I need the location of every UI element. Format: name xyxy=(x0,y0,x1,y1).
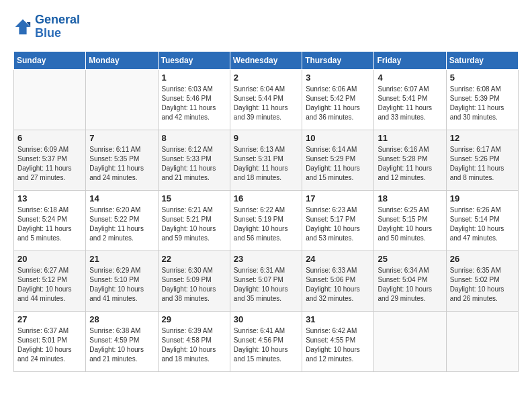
calendar-cell: 15Sunrise: 6:21 AM Sunset: 5:21 PM Dayli… xyxy=(158,190,230,250)
day-number: 30 xyxy=(234,314,298,324)
cell-info: Sunrise: 6:38 AM Sunset: 4:59 PM Dayligh… xyxy=(89,326,154,364)
cell-info: Sunrise: 6:42 AM Sunset: 4:55 PM Dayligh… xyxy=(306,326,370,364)
cell-info: Sunrise: 6:27 AM Sunset: 5:12 PM Dayligh… xyxy=(17,266,82,304)
calendar-cell: 9Sunrise: 6:13 AM Sunset: 5:31 PM Daylig… xyxy=(230,130,302,190)
day-number: 12 xyxy=(450,133,515,143)
cell-info: Sunrise: 6:39 AM Sunset: 4:58 PM Dayligh… xyxy=(162,326,226,364)
cell-info: Sunrise: 6:08 AM Sunset: 5:39 PM Dayligh… xyxy=(450,85,515,122)
calendar-cell: 2Sunrise: 6:04 AM Sunset: 5:44 PM Daylig… xyxy=(230,69,302,130)
day-header-monday: Monday xyxy=(86,51,158,69)
day-number: 4 xyxy=(378,73,442,83)
calendar-cell: 3Sunrise: 6:06 AM Sunset: 5:42 PM Daylig… xyxy=(302,69,374,130)
calendar-cell: 19Sunrise: 6:26 AM Sunset: 5:14 PM Dayli… xyxy=(446,190,518,250)
calendar-cell: 25Sunrise: 6:34 AM Sunset: 5:04 PM Dayli… xyxy=(374,250,446,311)
day-number: 3 xyxy=(306,73,370,83)
day-header-tuesday: Tuesday xyxy=(158,51,230,69)
calendar-cell: 1Sunrise: 6:03 AM Sunset: 5:46 PM Daylig… xyxy=(158,69,230,130)
day-number: 18 xyxy=(378,193,442,203)
day-number: 16 xyxy=(234,193,298,203)
day-number: 28 xyxy=(89,314,154,324)
day-number: 6 xyxy=(17,133,82,143)
calendar-cell: 28Sunrise: 6:38 AM Sunset: 4:59 PM Dayli… xyxy=(86,311,158,371)
calendar-table: SundayMondayTuesdayWednesdayThursdayFrid… xyxy=(13,51,519,372)
calendar-cell xyxy=(446,311,518,371)
logo-icon xyxy=(13,17,32,36)
day-header-saturday: Saturday xyxy=(446,51,518,69)
cell-info: Sunrise: 6:09 AM Sunset: 5:37 PM Dayligh… xyxy=(17,145,82,183)
day-header-friday: Friday xyxy=(374,51,446,69)
calendar-cell: 13Sunrise: 6:18 AM Sunset: 5:24 PM Dayli… xyxy=(14,190,86,250)
cell-info: Sunrise: 6:04 AM Sunset: 5:44 PM Dayligh… xyxy=(234,85,298,122)
calendar-cell: 17Sunrise: 6:23 AM Sunset: 5:17 PM Dayli… xyxy=(302,190,374,250)
calendar-cell: 21Sunrise: 6:29 AM Sunset: 5:10 PM Dayli… xyxy=(86,250,158,311)
calendar-cell: 22Sunrise: 6:30 AM Sunset: 5:09 PM Dayli… xyxy=(158,250,230,311)
day-number: 27 xyxy=(17,314,82,324)
cell-info: Sunrise: 6:33 AM Sunset: 5:06 PM Dayligh… xyxy=(306,266,370,304)
day-number: 20 xyxy=(17,254,82,264)
cell-info: Sunrise: 6:29 AM Sunset: 5:10 PM Dayligh… xyxy=(89,266,154,304)
calendar-cell: 18Sunrise: 6:25 AM Sunset: 5:15 PM Dayli… xyxy=(374,190,446,250)
svg-marker-0 xyxy=(15,19,30,34)
day-number: 13 xyxy=(17,193,82,203)
cell-info: Sunrise: 6:06 AM Sunset: 5:42 PM Dayligh… xyxy=(306,85,370,122)
day-header-sunday: Sunday xyxy=(14,51,86,69)
cell-info: Sunrise: 6:22 AM Sunset: 5:19 PM Dayligh… xyxy=(234,205,298,243)
day-number: 14 xyxy=(89,193,154,203)
calendar-cell: 23Sunrise: 6:31 AM Sunset: 5:07 PM Dayli… xyxy=(230,250,302,311)
calendar-cell: 29Sunrise: 6:39 AM Sunset: 4:58 PM Dayli… xyxy=(158,311,230,371)
day-number: 11 xyxy=(378,133,442,143)
calendar-cell: 4Sunrise: 6:07 AM Sunset: 5:41 PM Daylig… xyxy=(374,69,446,130)
day-number: 25 xyxy=(378,254,442,264)
day-number: 29 xyxy=(162,314,226,324)
cell-info: Sunrise: 6:07 AM Sunset: 5:41 PM Dayligh… xyxy=(378,85,442,122)
cell-info: Sunrise: 6:13 AM Sunset: 5:31 PM Dayligh… xyxy=(234,145,298,183)
cell-info: Sunrise: 6:20 AM Sunset: 5:22 PM Dayligh… xyxy=(89,205,154,243)
calendar-cell: 6Sunrise: 6:09 AM Sunset: 5:37 PM Daylig… xyxy=(14,130,86,190)
day-number: 9 xyxy=(234,133,298,143)
calendar-body: 1Sunrise: 6:03 AM Sunset: 5:46 PM Daylig… xyxy=(14,69,519,371)
calendar-cell: 12Sunrise: 6:17 AM Sunset: 5:26 PM Dayli… xyxy=(446,130,518,190)
calendar-cell: 27Sunrise: 6:37 AM Sunset: 5:01 PM Dayli… xyxy=(14,311,86,371)
calendar-cell: 30Sunrise: 6:41 AM Sunset: 4:56 PM Dayli… xyxy=(230,311,302,371)
calendar-cell: 7Sunrise: 6:11 AM Sunset: 5:35 PM Daylig… xyxy=(86,130,158,190)
cell-info: Sunrise: 6:21 AM Sunset: 5:21 PM Dayligh… xyxy=(162,205,226,243)
calendar-week-row: 20Sunrise: 6:27 AM Sunset: 5:12 PM Dayli… xyxy=(14,250,519,311)
calendar-cell: 24Sunrise: 6:33 AM Sunset: 5:06 PM Dayli… xyxy=(302,250,374,311)
cell-info: Sunrise: 6:25 AM Sunset: 5:15 PM Dayligh… xyxy=(378,205,442,243)
calendar-cell xyxy=(86,69,158,130)
cell-info: Sunrise: 6:17 AM Sunset: 5:26 PM Dayligh… xyxy=(450,145,515,183)
calendar-cell: 11Sunrise: 6:16 AM Sunset: 5:28 PM Dayli… xyxy=(374,130,446,190)
cell-info: Sunrise: 6:23 AM Sunset: 5:17 PM Dayligh… xyxy=(306,205,370,243)
cell-info: Sunrise: 6:26 AM Sunset: 5:14 PM Dayligh… xyxy=(450,205,515,243)
day-number: 26 xyxy=(450,254,515,264)
calendar-cell xyxy=(14,69,86,130)
calendar-cell: 14Sunrise: 6:20 AM Sunset: 5:22 PM Dayli… xyxy=(86,190,158,250)
cell-info: Sunrise: 6:18 AM Sunset: 5:24 PM Dayligh… xyxy=(17,205,82,243)
day-number: 19 xyxy=(450,193,515,203)
cell-info: Sunrise: 6:11 AM Sunset: 5:35 PM Dayligh… xyxy=(89,145,154,183)
calendar-cell: 8Sunrise: 6:12 AM Sunset: 5:33 PM Daylig… xyxy=(158,130,230,190)
day-number: 10 xyxy=(306,133,370,143)
day-number: 8 xyxy=(162,133,226,143)
calendar-cell: 16Sunrise: 6:22 AM Sunset: 5:19 PM Dayli… xyxy=(230,190,302,250)
cell-info: Sunrise: 6:41 AM Sunset: 4:56 PM Dayligh… xyxy=(234,326,298,364)
day-number: 31 xyxy=(306,314,370,324)
cell-info: Sunrise: 6:12 AM Sunset: 5:33 PM Dayligh… xyxy=(162,145,226,183)
day-number: 23 xyxy=(234,254,298,264)
logo: General Blue xyxy=(13,13,80,40)
cell-info: Sunrise: 6:34 AM Sunset: 5:04 PM Dayligh… xyxy=(378,266,442,304)
day-number: 17 xyxy=(306,193,370,203)
logo-text: General Blue xyxy=(35,13,80,40)
cell-info: Sunrise: 6:16 AM Sunset: 5:28 PM Dayligh… xyxy=(378,145,442,183)
calendar-cell xyxy=(374,311,446,371)
cell-info: Sunrise: 6:37 AM Sunset: 5:01 PM Dayligh… xyxy=(17,326,82,364)
day-number: 15 xyxy=(162,193,226,203)
day-number: 22 xyxy=(162,254,226,264)
calendar-cell: 10Sunrise: 6:14 AM Sunset: 5:29 PM Dayli… xyxy=(302,130,374,190)
calendar-week-row: 13Sunrise: 6:18 AM Sunset: 5:24 PM Dayli… xyxy=(14,190,519,250)
day-header-thursday: Thursday xyxy=(302,51,374,69)
calendar-cell: 26Sunrise: 6:35 AM Sunset: 5:02 PM Dayli… xyxy=(446,250,518,311)
cell-info: Sunrise: 6:14 AM Sunset: 5:29 PM Dayligh… xyxy=(306,145,370,183)
day-number: 21 xyxy=(89,254,154,264)
calendar-week-row: 27Sunrise: 6:37 AM Sunset: 5:01 PM Dayli… xyxy=(14,311,519,371)
